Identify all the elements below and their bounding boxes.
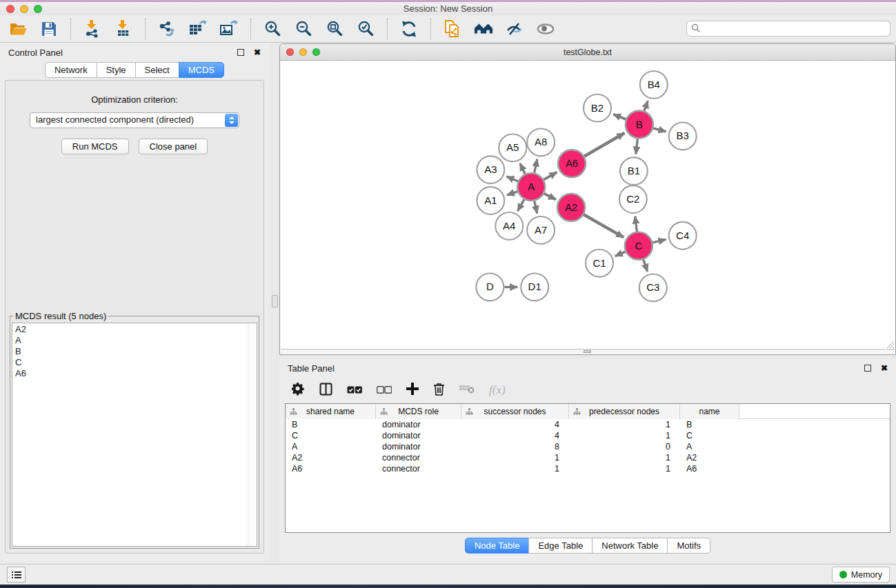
table-mode-gear-button[interactable] <box>292 383 305 398</box>
graph-node-C4[interactable]: C4 <box>669 222 697 250</box>
zoom-out-button[interactable] <box>294 19 313 39</box>
graph-edge-A-A4[interactable] <box>517 199 524 211</box>
graph-edge-C-C1[interactable] <box>615 252 626 256</box>
float-table-panel-icon[interactable] <box>864 365 871 372</box>
graph-node-D1[interactable]: D1 <box>521 274 548 301</box>
graph-edge-C-C2[interactable] <box>635 216 637 232</box>
tab-node-table[interactable]: Node Table <box>465 538 530 554</box>
column-header-mcds-role[interactable]: MCDS role <box>376 404 461 419</box>
graph-edge-B-B1[interactable] <box>636 139 638 154</box>
network-canvas[interactable]: AA1A2A3A4A5A6A7A8BB1B2B3B4CC1C2C3C4DD1 <box>281 61 895 349</box>
graph-edge-A-A3[interactable] <box>506 176 518 181</box>
column-header-predecessor-nodes[interactable]: predecessor nodes <box>569 404 680 419</box>
import-network-button[interactable] <box>83 19 102 39</box>
run-mcds-button[interactable]: Run MCDS <box>61 139 129 154</box>
graph-node-B2[interactable]: B2 <box>584 94 611 122</box>
save-session-button[interactable] <box>39 19 59 39</box>
delete-column-button[interactable] <box>433 383 445 398</box>
table-row[interactable]: Adominator80A <box>286 441 890 452</box>
close-panel-button[interactable]: Close panel <box>139 139 208 154</box>
criterion-dropdown[interactable]: largest connected component (directed) <box>30 112 239 128</box>
float-panel-icon[interactable] <box>237 49 244 56</box>
graph-edge-B-B3[interactable] <box>653 128 666 132</box>
result-item[interactable]: A <box>12 334 257 345</box>
graph-edge-A-A1[interactable] <box>507 192 517 195</box>
show-all-button[interactable] <box>536 19 555 39</box>
graph-node-B4[interactable]: B4 <box>640 71 668 99</box>
graph-edge-A-A8[interactable] <box>535 159 537 173</box>
search-input[interactable] <box>686 21 890 37</box>
graph-edge-B-B4[interactable] <box>644 101 648 111</box>
tab-edge-table[interactable]: Edge Table <box>528 538 593 554</box>
tab-style[interactable]: Style <box>97 62 136 78</box>
graph-node-A8[interactable]: A8 <box>527 129 555 156</box>
graph-node-B3[interactable]: B3 <box>669 123 697 150</box>
double-house-button[interactable] <box>474 19 493 39</box>
graph-node-B[interactable]: B <box>626 111 653 139</box>
zoom-selected-button[interactable] <box>356 19 375 39</box>
delete-table-button[interactable] <box>459 384 475 396</box>
tab-mcds[interactable]: MCDS <box>179 62 224 78</box>
table-row[interactable]: A6connector11A6 <box>286 463 890 474</box>
tab-network[interactable]: Network <box>45 62 97 78</box>
graph-edge-A-A2[interactable] <box>544 194 556 200</box>
graph-edge-A-A6[interactable] <box>544 172 557 180</box>
open-file-button[interactable] <box>8 19 28 39</box>
resize-grip-icon[interactable] <box>886 340 895 349</box>
network-hscrollbar[interactable] <box>281 349 895 354</box>
result-item[interactable]: B <box>12 345 257 356</box>
graph-edge-A-A5[interactable] <box>520 163 525 174</box>
zoom-fit-button[interactable] <box>325 19 344 39</box>
table-row[interactable]: Cdominator41C <box>286 430 890 441</box>
task-history-button[interactable] <box>7 567 26 582</box>
graph-edge-A2-C[interactable] <box>584 214 624 237</box>
clone-network-button[interactable] <box>443 19 462 39</box>
tab-network-table[interactable]: Network Table <box>592 538 668 554</box>
graph-node-A6[interactable]: A6 <box>558 150 586 177</box>
add-column-button[interactable] <box>406 383 419 398</box>
graph-node-C1[interactable]: C1 <box>586 250 613 277</box>
graph-edge-C-C3[interactable] <box>644 259 648 271</box>
memory-button[interactable]: Memory <box>832 567 890 582</box>
zoom-in-button[interactable] <box>263 19 282 39</box>
graph-edge-A-A7[interactable] <box>535 201 537 214</box>
refresh-button[interactable] <box>399 19 419 39</box>
result-item[interactable]: A2 <box>12 323 257 334</box>
panel-divider-grip[interactable] <box>272 295 278 307</box>
graph-node-A1[interactable]: A1 <box>477 187 504 214</box>
hscrollbar-knob[interactable] <box>584 350 591 353</box>
hide-selected-button[interactable] <box>505 19 524 39</box>
graph-node-A2[interactable]: A2 <box>557 194 585 221</box>
graph-node-A[interactable]: A <box>517 173 545 201</box>
graph-node-A3[interactable]: A3 <box>477 156 504 183</box>
deselect-all-button[interactable] <box>377 384 392 396</box>
import-table-button[interactable] <box>114 19 133 39</box>
result-item[interactable]: A6 <box>12 367 257 378</box>
result-scrollbar[interactable] <box>248 323 257 546</box>
graph-node-D[interactable]: D <box>476 274 504 301</box>
graph-edge-B-B2[interactable] <box>613 114 626 119</box>
export-table-button[interactable] <box>188 19 208 39</box>
graph-node-A4[interactable]: A4 <box>495 212 523 240</box>
graph-node-C[interactable]: C <box>625 232 653 260</box>
graph-edge-C-C4[interactable] <box>653 239 666 242</box>
graph-node-C2[interactable]: C2 <box>619 185 647 213</box>
select-all-button[interactable] <box>347 384 362 396</box>
tab-select[interactable]: Select <box>135 62 179 78</box>
column-header-successor-nodes[interactable]: successor nodes <box>461 404 569 419</box>
table-row[interactable]: Bdominator41B <box>286 419 890 430</box>
tab-motifs[interactable]: Motifs <box>667 538 710 554</box>
graph-node-C3[interactable]: C3 <box>639 274 667 302</box>
show-columns-button[interactable] <box>319 383 332 398</box>
column-header-name[interactable]: name <box>680 404 739 419</box>
function-builder-button[interactable]: f(x) <box>489 383 506 397</box>
graph-node-B1[interactable]: B1 <box>620 157 648 185</box>
close-panel-icon[interactable]: ✖ <box>254 49 261 56</box>
graph-edge-A6-B[interactable] <box>584 133 624 156</box>
column-header-shared-name[interactable]: shared name <box>286 404 376 419</box>
close-table-panel-icon[interactable]: ✖ <box>881 365 888 372</box>
result-item[interactable]: C <box>12 356 257 367</box>
graph-node-A5[interactable]: A5 <box>499 134 526 161</box>
export-network-button[interactable] <box>157 19 177 39</box>
graph-node-A7[interactable]: A7 <box>527 216 555 244</box>
